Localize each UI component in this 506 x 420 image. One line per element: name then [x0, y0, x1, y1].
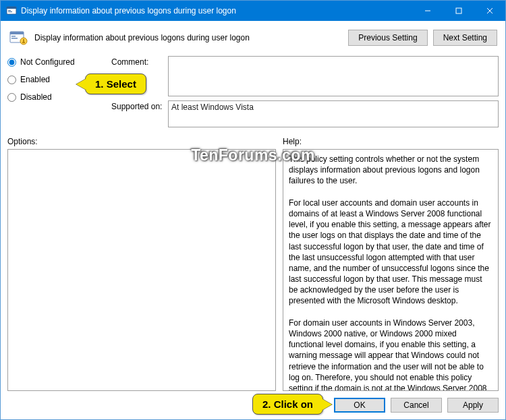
svg-rect-3: [8, 11, 12, 12]
next-setting-button[interactable]: Next Setting: [433, 30, 497, 46]
svg-rect-13: [23, 39, 24, 42]
comment-textarea[interactable]: [168, 56, 499, 96]
radio-not-configured-label: Not Configured: [20, 57, 75, 67]
header-row: Display information about previous logon…: [7, 26, 499, 51]
annotation-click-on: 2. Click on: [252, 394, 323, 415]
minimize-button[interactable]: [412, 1, 443, 21]
supported-on-label: Supported on:: [111, 100, 165, 111]
radio-not-configured-input[interactable]: [7, 58, 16, 67]
client-area: Display information about previous logon…: [1, 21, 505, 419]
app-icon: [6, 5, 17, 16]
supported-on-textarea[interactable]: At least Windows Vista: [168, 100, 499, 127]
window-title: Display information about previous logon…: [21, 6, 412, 16]
options-label: Options:: [7, 137, 276, 149]
svg-rect-5: [456, 8, 461, 13]
svg-rect-11: [11, 38, 18, 39]
help-label: Help:: [283, 137, 499, 149]
help-column: Help: This policy setting controls wheth…: [283, 137, 499, 391]
svg-rect-2: [8, 10, 11, 11]
radio-not-configured[interactable]: Not Configured: [7, 57, 109, 67]
apply-button[interactable]: Apply: [447, 398, 499, 413]
options-panel: [7, 149, 276, 391]
policy-editor-window: Display information about previous logon…: [0, 0, 506, 420]
policy-title: Display information about previous logon…: [34, 33, 343, 42]
cancel-button[interactable]: Cancel: [391, 398, 442, 413]
svg-rect-1: [7, 7, 16, 9]
help-text-panel[interactable]: This policy setting controls whether or …: [283, 149, 499, 391]
svg-rect-10: [11, 36, 16, 37]
annotation-select: 1. Select: [85, 73, 146, 94]
options-column: Options:: [7, 137, 276, 391]
ok-button[interactable]: OK: [334, 398, 385, 413]
svg-rect-14: [22, 42, 25, 43]
radio-enabled-label: Enabled: [20, 75, 50, 84]
svg-rect-9: [10, 32, 24, 34]
maximize-button[interactable]: [443, 1, 474, 21]
titlebar: Display information about previous logon…: [1, 1, 505, 21]
radio-enabled-input[interactable]: [7, 76, 16, 84]
radio-disabled-input[interactable]: [7, 93, 16, 102]
radio-disabled-label: Disabled: [20, 92, 52, 102]
comment-label: Comment:: [111, 56, 165, 67]
policy-icon: [9, 29, 29, 47]
close-button[interactable]: [474, 1, 505, 21]
previous-setting-button[interactable]: Previous Setting: [348, 30, 427, 46]
options-help-row: Options: Help: This policy setting contr…: [7, 137, 499, 391]
